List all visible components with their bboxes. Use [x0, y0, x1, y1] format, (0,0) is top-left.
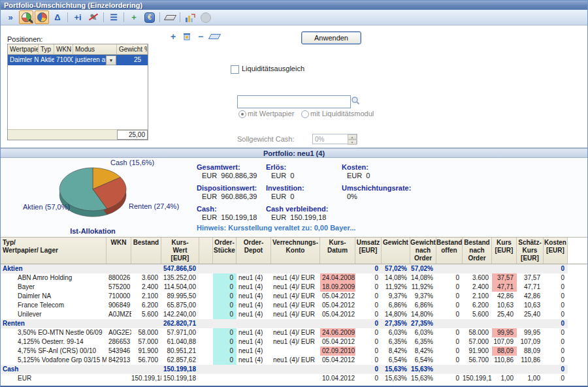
holdings-col-kurswert[interactable]: Kurs- Wert [EUR] [161, 238, 199, 264]
cell-kosten: 0 [544, 328, 568, 337]
holding-row-3[interactable]: Daimler NA7100002.10089.995,500neu1 (4)n… [1, 292, 587, 301]
holdings-col-fill [568, 238, 587, 264]
cell-bestand_nach: 3.600 [463, 273, 492, 283]
cell-wkn[interactable]: 710000 [54, 55, 73, 65]
holdings-col-name[interactable]: Typ/ Wertpapier/ Lager [1, 238, 106, 264]
cell-stuecke[interactable]: 0 [213, 337, 237, 347]
holdings-col-kurs[interactable]: Kurs [EUR] [492, 238, 517, 264]
cell-bestand_offen: 0 [436, 273, 463, 283]
holding-row-1[interactable]: ABN Amro Holding8800263.600135.252,000ne… [1, 273, 587, 283]
radio-mit-wertpapier[interactable] [238, 110, 246, 118]
group-row-renten[interactable]: Renten262.820,71027,35%27,35%0 [1, 319, 587, 328]
holding-row-7[interactable]: 3,50% EO-MTN Nestle 06/09A0G2EX58.00057.… [1, 328, 587, 337]
archive-position-icon[interactable] [182, 31, 192, 42]
cell-gewicht[interactable]: 25 [117, 55, 148, 65]
holdings-col-umsatz[interactable]: Umsatz [EUR] [355, 238, 382, 264]
overflow-chevron-icon[interactable]: » [3, 10, 18, 24]
cell-fill [568, 310, 587, 319]
cell-wertpapier[interactable]: Daimler NA [8, 55, 39, 65]
positions-row-selected[interactable]: Daimler NAAktie710000justieren auf▼25 [8, 55, 148, 65]
add-icon[interactable]: + [127, 10, 141, 24]
positions-table[interactable]: WertpapierTypWKNModusGewicht %Daimler NA… [7, 44, 148, 140]
cell-wkn: 286653 [106, 337, 131, 347]
holdings-col-stuecke[interactable]: Order- Stücke [213, 238, 237, 264]
cell-stuecke[interactable]: 0 [213, 301, 237, 310]
cell-fill [568, 365, 587, 374]
portfolio-header: Portfolio: neu1 (4) [1, 148, 587, 158]
stat-label: Gesamtwert: [197, 163, 257, 172]
apply-button[interactable]: Anwenden [301, 31, 361, 44]
stat-value: EUR 0 [266, 193, 328, 205]
cell-bestand_nach: 56.700 [463, 356, 492, 365]
cell-stuecke[interactable]: 0 [213, 356, 237, 365]
group-row-aktien[interactable]: Aktien547.866,50057,02%57,02%0 [1, 264, 587, 273]
holding-row-2[interactable]: Bayer5752002.400114.504,000neu1 (4)neu1 … [1, 283, 587, 292]
holdings-col-gewicht[interactable]: Gewicht [382, 238, 410, 264]
modus-dropdown-icon[interactable]: ▼ [106, 55, 116, 65]
cell-bestand_nach [463, 264, 492, 273]
holdings-col-gewicht_nach[interactable]: Gewicht nach Order [410, 238, 436, 264]
wertpapier-search-input[interactable] [237, 95, 351, 108]
cell-stuecke[interactable]: 0 [213, 310, 237, 319]
add-position-icon[interactable]: + [168, 31, 178, 42]
holdings-col-bestand[interactable]: Bestand [131, 238, 161, 264]
positions-col-typ[interactable]: Typ [39, 44, 54, 55]
cell-gewicht_nach: 27,35% [410, 319, 436, 328]
euro-badge-icon[interactable]: € [142, 10, 157, 24]
cell-typ[interactable]: Aktie [39, 55, 54, 65]
holding-row-12[interactable]: EUR150.199,18150.199,1810.04.2012015,63%… [1, 374, 587, 383]
group-row-cash[interactable]: Cash150.199,18015,63%15,63%0 [1, 365, 587, 374]
delta-icon[interactable]: Δ [50, 10, 65, 24]
pie-label-cash: Cash (15,6%) [110, 159, 154, 166]
holdings-col-schaetz[interactable]: Schätz- Kurs [EUR] [517, 238, 544, 264]
sliders-icon[interactable]: ☰ [106, 10, 121, 24]
holdings-col-wkn[interactable]: WKN [106, 238, 131, 264]
holding-row-9[interactable]: 4,75% SF-Anl (CRS) 00/1054394691.90080.9… [1, 347, 587, 356]
cell-depot: neu1 (4) [237, 273, 271, 283]
cell-stuecke[interactable]: 0 [213, 283, 237, 292]
holdings-col-konto[interactable]: Verrechnungs- Konto [271, 238, 320, 264]
cell-stuecke[interactable]: 0 [213, 328, 237, 337]
allocation-edit-icon[interactable]: ✎ [19, 10, 33, 24]
spinner-icon[interactable]: ▲▼ [348, 134, 357, 144]
holding-row-10[interactable]: 5,125% Vodafone Grp 03/15 MTN84291356.70… [1, 356, 587, 365]
cell-stuecke[interactable]: 0 [213, 273, 237, 283]
no-edit-pen-icon[interactable]: ✎ [86, 10, 101, 24]
chart-export-icon[interactable] [183, 10, 197, 24]
liquidity-checkbox[interactable] [231, 65, 239, 74]
cell-kosten: 0 [544, 319, 568, 328]
search-icon[interactable] [351, 96, 360, 106]
field-input-0[interactable]: 0%▲▼ [312, 134, 357, 144]
eraser-icon[interactable] [163, 10, 177, 24]
cell-fill [568, 328, 587, 337]
positions-col-modus[interactable]: Modus [73, 44, 117, 55]
holding-row-4[interactable]: France Telecom9068496.20065.875,000neu1 … [1, 301, 587, 310]
holdings-col-depot[interactable]: Order- Depot [237, 238, 271, 264]
add-info-icon[interactable]: +i [71, 10, 85, 24]
cell-modus[interactable]: justieren auf▼ [73, 55, 117, 65]
positions-col-wkn[interactable]: WKN [54, 44, 73, 55]
cell-depot: neu1 (4) [237, 283, 271, 292]
cell-kurs: 107,09 [492, 337, 517, 347]
clear-positions-icon[interactable] [209, 31, 220, 42]
cell-sp [199, 356, 213, 365]
holdings-col-bestand_offen[interactable]: Bestand offen [436, 238, 463, 264]
holding-row-8[interactable]: 4,125% Oesterr. 99-1428665357.00061.040,… [1, 337, 587, 347]
holding-row-5[interactable]: UnileverA0JMZB5.600142.240,000neu1 (4)ne… [1, 310, 587, 319]
radio-mit-liquiditaetsmodul[interactable] [301, 110, 309, 118]
cell-gewicht: 6,86% [382, 301, 410, 310]
allocation-view-icon[interactable] [35, 10, 49, 24]
positions-col-gewicht[interactable]: Gewicht % [117, 44, 148, 55]
remove-position-icon[interactable]: − [195, 31, 206, 42]
positions-col-wertpapier[interactable]: Wertpapier [8, 44, 39, 55]
holdings-col-bestand_nach[interactable]: Bestand nach Order [463, 238, 492, 264]
cell-datum: 05.04.2012 [320, 337, 355, 347]
holdings-col-kosten[interactable]: Kosten [EUR] [544, 238, 568, 264]
toolbar-separator [67, 12, 68, 22]
cell-stuecke[interactable]: 0 [213, 347, 237, 356]
cell-wkn: 906849 [106, 301, 131, 310]
holdings-col-datum[interactable]: Kurs- Datum [320, 238, 355, 264]
globe-disabled-icon[interactable] [199, 10, 213, 24]
cell-stuecke[interactable]: 0 [213, 292, 237, 301]
cell-bestand_offen [436, 264, 463, 273]
